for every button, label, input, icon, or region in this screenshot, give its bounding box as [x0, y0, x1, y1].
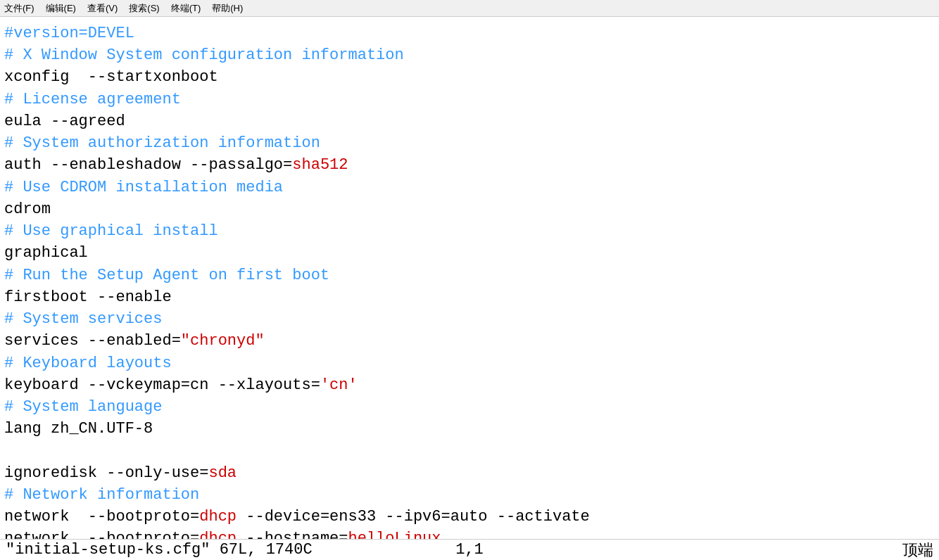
- editor-area[interactable]: #version=DEVEL # X Window System configu…: [0, 17, 939, 539]
- line-19: lang zh_CN.UTF-8: [4, 418, 935, 440]
- line-8: # Use CDROM installation media: [4, 177, 935, 198]
- line-24: network --bootproto=dhcp --hostname=hell…: [4, 528, 935, 539]
- net1-bootproto: dhcp: [199, 508, 237, 526]
- line-18: # System language: [4, 396, 935, 418]
- line-20: [4, 440, 935, 462]
- disk-value: sda: [208, 464, 237, 482]
- status-bar: "initial-setup-ks.cfg" 67L, 1740C 1,1 顶端: [0, 539, 939, 560]
- line-16: # Keyboard layouts: [4, 352, 935, 374]
- line-15: services --enabled="chronyd": [4, 330, 935, 352]
- status-position: 1,1: [315, 541, 624, 559]
- line-7: auth --enableshadow --passalgo=sha512: [4, 154, 935, 176]
- line-3: xconfig --startxonboot: [4, 66, 935, 88]
- sha512-value: sha512: [292, 156, 348, 174]
- menu-bar: 文件(F) 编辑(E) 查看(V) 搜索(S) 终端(T) 帮助(H): [0, 0, 939, 17]
- menu-edit[interactable]: 编辑(E): [46, 2, 76, 15]
- status-filename: "initial-setup-ks.cfg" 67L, 1740C: [6, 541, 315, 559]
- menu-file[interactable]: 文件(F): [4, 2, 34, 15]
- line-13: firstboot --enable: [4, 286, 935, 308]
- line-5: eula --agreed: [4, 110, 935, 132]
- line-6: # System authorization information: [4, 132, 935, 154]
- line-10: # Use graphical install: [4, 220, 935, 242]
- status-location: 顶端: [624, 540, 933, 561]
- menu-terminal[interactable]: 终端(T): [171, 2, 201, 15]
- line-11: graphical: [4, 242, 935, 264]
- menu-view[interactable]: 查看(V): [87, 2, 118, 15]
- chronyd-value: "chronyd": [181, 332, 265, 350]
- line-21: ignoredisk --only-use=sda: [4, 462, 935, 484]
- line-2: # X Window System configuration informat…: [4, 44, 935, 66]
- xlayouts-value: 'cn': [320, 376, 358, 394]
- net2-bootproto: dhcp: [199, 530, 237, 539]
- line-4: # License agreement: [4, 89, 935, 110]
- line-14: # System services: [4, 308, 935, 330]
- menu-search[interactable]: 搜索(S): [129, 2, 159, 15]
- line-12: # Run the Setup Agent on first boot: [4, 265, 935, 286]
- line-1: #version=DEVEL: [4, 23, 935, 44]
- line-9: cdrom: [4, 198, 935, 220]
- menu-help[interactable]: 帮助(H): [212, 2, 243, 15]
- line-22: # Network information: [4, 484, 935, 506]
- hostname-value: helloLinux: [348, 530, 441, 539]
- line-17: keyboard --vckeymap=cn --xlayouts='cn': [4, 374, 935, 396]
- line-23: network --bootproto=dhcp --device=ens33 …: [4, 506, 935, 528]
